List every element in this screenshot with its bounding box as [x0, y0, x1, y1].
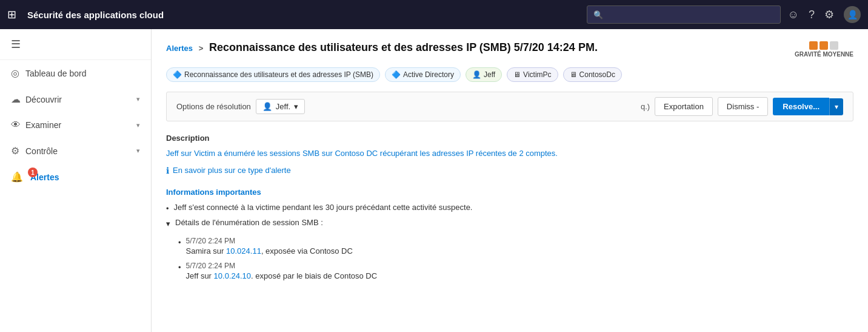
tag-contososdc[interactable]: 🖥 ContosoDc	[563, 67, 622, 82]
smb-item-1-timestamp: 5/7/20 2:24 PM	[186, 237, 353, 245]
severity-label: GRAVITÉ MOYENNE	[795, 51, 853, 58]
info-item-2: ▾ Détails de l'énumération de session SM…	[166, 218, 853, 286]
tags-row: 🔷 Reconnaissance des utilisateurs et des…	[166, 67, 853, 82]
learn-more-link[interactable]: ℹ En savoir plus sur ce type d'alerte	[166, 166, 853, 175]
tag-ad-icon: 🔷	[392, 70, 401, 79]
learn-more-label: En savoir plus sur ce type d'alerte	[173, 166, 291, 175]
page-header: Alertes > Reconnaissance des utilisateur…	[166, 41, 853, 58]
user-dropdown-icon: 👤	[262, 102, 272, 111]
tag-active-directory[interactable]: 🔷 Active Directory	[385, 67, 461, 82]
smb-item-2-timestamp: 5/7/20 2:24 PM	[186, 262, 378, 270]
eye-icon: 👁	[11, 120, 25, 130]
tag-contososdc-icon: 🖥	[570, 70, 577, 79]
smb-item-2: 5/7/20 2:24 PM Jeff sur 10.0.24.10. expo…	[178, 262, 377, 280]
severity-sq-3	[830, 41, 838, 50]
smb-item-1: 5/7/20 2:24 PM Samira sur 10.024.11, exp…	[178, 237, 377, 256]
smb-item-2-link[interactable]: 10.0.24.10	[214, 271, 251, 280]
important-info-label: Informations importantes	[166, 188, 853, 197]
tag-smb[interactable]: 🔷 Reconnaissance des utilisateurs et des…	[166, 67, 380, 82]
dismiss-button[interactable]: Dismiss -	[718, 97, 768, 116]
search-bar[interactable]	[587, 5, 781, 24]
tag-smb-icon: 🔷	[173, 70, 182, 79]
settings-icon[interactable]: ⚙	[824, 8, 834, 21]
tag-smb-label: Reconnaissance des utilisateurs et des a…	[184, 70, 373, 79]
chevron-bullet-icon: ▾	[166, 219, 170, 228]
info-item-1: • Jeff s'est connecté à la victime penda…	[166, 203, 853, 213]
sidebar-item-decouvrir[interactable]: ☁ Découvrir ▾	[0, 86, 151, 112]
smb-item-2-content: 5/7/20 2:24 PM Jeff sur 10.0.24.10. expo…	[186, 262, 378, 280]
dashboard-icon: ◎	[11, 67, 25, 79]
tag-victimpc-label: VictimPc	[523, 70, 551, 79]
hamburger-menu[interactable]: ☰	[0, 29, 151, 60]
info-icon: ℹ	[166, 166, 169, 175]
control-icon: ⚙	[11, 145, 25, 157]
tag-jeff-icon: 👤	[472, 70, 481, 79]
description-text: Jeff sur Victim a énuméré les sessions S…	[166, 147, 853, 160]
resolution-left: Options de résolution 👤 Jeff. ▾	[176, 99, 305, 114]
info-item-1-text: Jeff s'est connecté à la victime pendant…	[174, 203, 473, 212]
sidebar-item-tableau-de-bord[interactable]: ◎ Tableau de bord	[0, 60, 151, 86]
apps-grid-icon[interactable]: ⊞	[7, 8, 16, 21]
top-navigation: ⊞ Sécurité des applications cloud ☺ ? ⚙ …	[0, 0, 868, 29]
user-dropdown[interactable]: 👤 Jeff. ▾	[256, 99, 305, 114]
resolve-dropdown-button[interactable]: ▾	[829, 98, 843, 115]
sidebar: ☰ ◎ Tableau de bord ☁ Découvrir ▾ 👁 Exam…	[0, 29, 152, 332]
smb-item-2-desc: Jeff sur 10.0.24.10. exposé par le biais…	[186, 271, 378, 280]
bell-icon: 🔔	[11, 172, 23, 182]
smb-item-1-link[interactable]: 10.024.11	[226, 246, 261, 256]
top-nav-icons: ☺ ? ⚙ 👤	[788, 6, 861, 23]
tag-ad-label: Active Directory	[403, 70, 454, 79]
alert-title: Reconnaissance des utilisateurs et des a…	[209, 41, 598, 53]
app-title: Sécurité des applications cloud	[27, 10, 587, 20]
smb-sub-list: 5/7/20 2:24 PM Samira sur 10.024.11, exp…	[166, 237, 377, 286]
cloud-icon: ☁	[11, 93, 25, 105]
resolution-bar: Options de résolution 👤 Jeff. ▾ q.) Expo…	[166, 92, 853, 121]
severity-sq-1	[809, 41, 818, 50]
resolution-right: q.) Exportation Dismiss - Resolve... ▾	[641, 97, 843, 116]
bullet-icon: •	[166, 204, 169, 213]
sidebar-item-alertes[interactable]: 🔔 1 Alertes	[0, 164, 151, 190]
page-title-area: Alertes > Reconnaissance des utilisateur…	[166, 41, 783, 56]
main-content: Alertes > Reconnaissance des utilisateur…	[152, 29, 868, 332]
smb-item-1-desc: Samira sur 10.024.11, exposée via Contos…	[186, 246, 353, 256]
sidebar-item-examiner[interactable]: 👁 Examiner ▾	[0, 112, 151, 138]
search-input[interactable]	[593, 10, 774, 19]
alert-badge: 1	[28, 168, 38, 177]
tag-jeff[interactable]: 👤 Jeff	[466, 67, 502, 82]
sidebar-item-controle[interactable]: ⚙ Contrôle ▾	[0, 138, 151, 164]
resolve-main-button[interactable]: Resolve...	[773, 98, 829, 115]
user-avatar[interactable]: 👤	[844, 6, 861, 23]
breadcrumb-separator: >	[199, 44, 204, 53]
dropdown-chevron-icon: ▾	[294, 102, 298, 111]
severity-squares	[809, 41, 838, 50]
tag-contososdc-label: ContosoDc	[579, 70, 615, 79]
severity-sq-2	[820, 41, 828, 50]
chevron-down-icon: ▾	[136, 95, 140, 103]
tag-victimpc[interactable]: 🖥 VictimPc	[507, 67, 558, 82]
breadcrumb-alerts-link[interactable]: Alertes	[166, 44, 193, 53]
help-icon[interactable]: ?	[809, 8, 815, 21]
chevron-down-icon: ▾	[136, 147, 140, 155]
breadcrumb: Alertes > Reconnaissance des utilisateur…	[166, 41, 783, 54]
info-item-2-text: Détails de l'énumération de session SMB …	[175, 218, 323, 227]
export-button[interactable]: Exportation	[655, 97, 713, 116]
description-label: Description	[166, 134, 853, 143]
resolve-button-group: Resolve... ▾	[773, 98, 843, 115]
resolution-options-label: Options de résolution	[176, 102, 251, 111]
tag-jeff-label: Jeff	[484, 70, 495, 79]
tag-victimpc-icon: 🖥	[513, 70, 521, 79]
important-info-list: • Jeff s'est connecté à la victime penda…	[166, 203, 853, 286]
severity-badge: GRAVITÉ MOYENNE	[795, 41, 853, 58]
user-dropdown-label: Jeff.	[276, 102, 290, 111]
main-layout: ☰ ◎ Tableau de bord ☁ Découvrir ▾ 👁 Exam…	[0, 29, 868, 332]
chevron-down-icon: ▾	[136, 121, 140, 129]
shortcut-hint: q.)	[641, 102, 650, 111]
smiley-icon[interactable]: ☺	[788, 8, 799, 21]
smb-item-1-content: 5/7/20 2:24 PM Samira sur 10.024.11, exp…	[186, 237, 353, 256]
